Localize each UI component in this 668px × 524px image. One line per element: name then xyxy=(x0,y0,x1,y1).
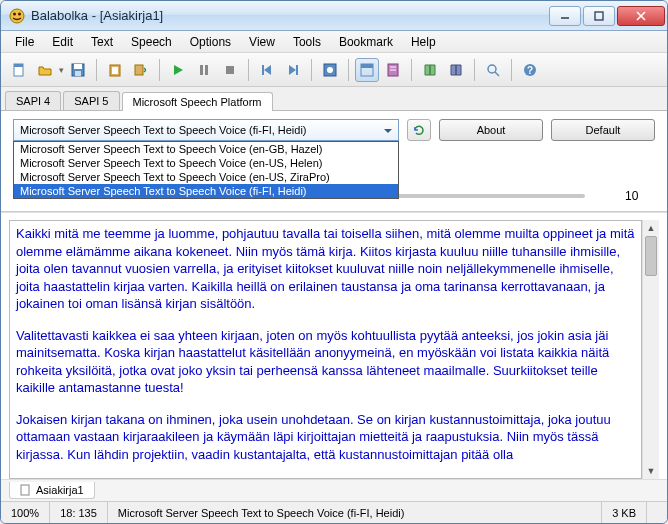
pause-icon[interactable] xyxy=(192,58,216,82)
paragraph: Kaikki mitä me teemme ja luomme, pohjaut… xyxy=(16,225,635,313)
menu-options[interactable]: Options xyxy=(182,33,239,51)
svg-rect-31 xyxy=(21,485,29,495)
maximize-button[interactable] xyxy=(583,6,615,26)
text-editor[interactable]: Kaikki mitä me teemme ja luomme, pohjaut… xyxy=(9,220,642,479)
save-icon[interactable] xyxy=(66,58,90,82)
stop-icon[interactable] xyxy=(218,58,242,82)
voice-option-selected[interactable]: Microsoft Server Speech Text to Speech V… xyxy=(14,184,398,198)
menu-speech[interactable]: Speech xyxy=(123,33,180,51)
paragraph: Valitettavasti kaikkea ei saa yhteen kir… xyxy=(16,327,635,397)
app-window: Balabolka - [Asiakirja1] File Edit Text … xyxy=(0,0,668,524)
tab-sapi5[interactable]: SAPI 5 xyxy=(63,91,119,110)
open-icon[interactable] xyxy=(33,58,57,82)
svg-point-21 xyxy=(327,67,333,73)
book-green-icon[interactable] xyxy=(418,58,442,82)
refresh-voices-icon[interactable] xyxy=(407,119,431,141)
window-title: Balabolka - [Asiakirja1] xyxy=(31,8,549,23)
svg-rect-11 xyxy=(75,71,81,76)
status-voice: Microsoft Server Speech Text to Speech V… xyxy=(108,502,602,523)
menu-view[interactable]: View xyxy=(241,33,283,51)
menu-bookmark[interactable]: Bookmark xyxy=(331,33,401,51)
help-icon[interactable]: ? xyxy=(518,58,542,82)
svg-rect-15 xyxy=(200,65,203,75)
dictionary-icon[interactable] xyxy=(381,58,405,82)
app-icon xyxy=(9,8,25,24)
paragraph: Jokaisen kirjan takana on ihminen, joka … xyxy=(16,411,635,464)
next-track-icon[interactable] xyxy=(281,58,305,82)
new-doc-icon[interactable] xyxy=(7,58,31,82)
voice-option[interactable]: Microsoft Server Speech Text to Speech V… xyxy=(14,142,398,156)
clipboard-icon[interactable] xyxy=(103,58,127,82)
voice-option[interactable]: Microsoft Server Speech Text to Speech V… xyxy=(14,156,398,170)
tab-sapi4[interactable]: SAPI 4 xyxy=(5,91,61,110)
engine-tabs: SAPI 4 SAPI 5 Microsoft Speech Platform xyxy=(1,87,667,111)
svg-point-27 xyxy=(488,65,496,73)
voice-dropdown-list: Microsoft Server Speech Text to Speech V… xyxy=(13,141,399,199)
svg-rect-13 xyxy=(112,67,118,74)
voice-option[interactable]: Microsoft Server Speech Text to Speech V… xyxy=(14,170,398,184)
svg-point-1 xyxy=(13,12,16,15)
default-button[interactable]: Default xyxy=(551,119,655,141)
svg-text:?: ? xyxy=(527,65,533,76)
svg-point-2 xyxy=(18,12,21,15)
svg-rect-16 xyxy=(205,65,208,75)
tab-msp[interactable]: Microsoft Speech Platform xyxy=(122,92,273,111)
menu-tools[interactable]: Tools xyxy=(285,33,329,51)
editor-content[interactable]: Kaikki mitä me teemme ja luomme, pohjaut… xyxy=(10,221,641,478)
magnifier-icon[interactable] xyxy=(481,58,505,82)
voice-panel: Microsoft Server Speech Text to Speech V… xyxy=(1,111,667,211)
slider-value: 10 xyxy=(625,189,655,203)
menu-help[interactable]: Help xyxy=(403,33,444,51)
doc-tab-label: Asiakirja1 xyxy=(36,484,84,496)
svg-rect-10 xyxy=(74,64,82,69)
window-controls xyxy=(549,6,665,26)
document-tab[interactable]: Asiakirja1 xyxy=(9,482,95,499)
minimize-button[interactable] xyxy=(549,6,581,26)
doc-icon xyxy=(20,484,32,496)
svg-point-0 xyxy=(10,9,24,23)
close-button[interactable] xyxy=(617,6,665,26)
panel-toggle-icon[interactable] xyxy=(355,58,379,82)
svg-rect-14 xyxy=(135,65,143,75)
prev-track-icon[interactable] xyxy=(255,58,279,82)
resize-grip-icon[interactable] xyxy=(647,502,667,523)
voice-selected[interactable]: Microsoft Server Speech Text to Speech V… xyxy=(13,119,399,141)
clipboard-speak-icon[interactable] xyxy=(129,58,153,82)
menu-file[interactable]: File xyxy=(7,33,42,51)
status-position: 18: 135 xyxy=(50,502,108,523)
scroll-up-icon[interactable]: ▲ xyxy=(643,220,659,236)
svg-rect-4 xyxy=(595,12,603,20)
export-audio-icon[interactable] xyxy=(318,58,342,82)
svg-rect-18 xyxy=(262,65,264,75)
titlebar: Balabolka - [Asiakirja1] xyxy=(1,1,667,31)
statusbar: 100% 18: 135 Microsoft Server Speech Tex… xyxy=(1,501,667,523)
svg-rect-8 xyxy=(14,64,23,67)
scroll-down-icon[interactable]: ▼ xyxy=(643,463,659,479)
document-tabs: Asiakirja1 xyxy=(1,479,667,501)
status-filesize: 3 KB xyxy=(602,502,647,523)
toolbar: ▾ ? xyxy=(1,53,667,87)
voice-combo[interactable]: Microsoft Server Speech Text to Speech V… xyxy=(13,119,399,141)
menu-edit[interactable]: Edit xyxy=(44,33,81,51)
scroll-thumb[interactable] xyxy=(645,236,657,276)
menubar: File Edit Text Speech Options View Tools… xyxy=(1,31,667,53)
editor-area: Kaikki mitä me teemme ja luomme, pohjaut… xyxy=(1,214,667,479)
book-blue-icon[interactable] xyxy=(444,58,468,82)
svg-rect-17 xyxy=(226,66,234,74)
status-zoom: 100% xyxy=(1,502,50,523)
menu-text[interactable]: Text xyxy=(83,33,121,51)
vertical-scrollbar[interactable]: ▲ ▼ xyxy=(642,220,659,479)
play-icon[interactable] xyxy=(166,58,190,82)
svg-rect-23 xyxy=(361,64,373,68)
about-button[interactable]: About xyxy=(439,119,543,141)
svg-rect-19 xyxy=(296,65,298,75)
svg-line-28 xyxy=(495,72,499,76)
